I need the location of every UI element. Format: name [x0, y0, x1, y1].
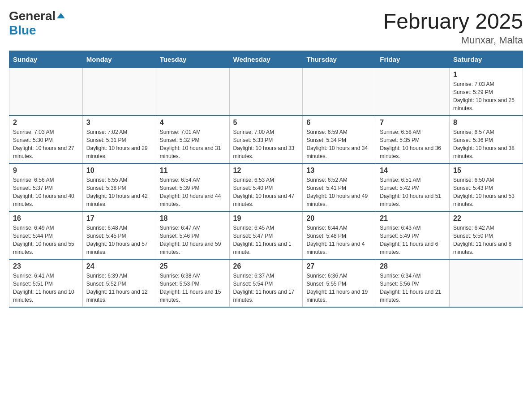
calendar-cell: 22Sunrise: 6:42 AMSunset: 5:50 PMDayligh… — [450, 211, 523, 259]
day-info: Sunrise: 6:58 AMSunset: 5:35 PMDaylight:… — [380, 128, 446, 160]
day-info: Sunrise: 6:36 AMSunset: 5:55 PMDaylight:… — [306, 272, 372, 304]
day-info: Sunrise: 7:00 AMSunset: 5:33 PMDaylight:… — [233, 128, 299, 160]
logo: General Blue — [9, 9, 65, 38]
day-number: 14 — [380, 167, 446, 175]
calendar-cell: 12Sunrise: 6:53 AMSunset: 5:40 PMDayligh… — [229, 163, 303, 211]
header-sunday: Sunday — [9, 51, 83, 68]
calendar-cell: 1Sunrise: 7:03 AMSunset: 5:29 PMDaylight… — [450, 68, 523, 116]
calendar-cell — [9, 68, 83, 116]
logo-general-text: General — [9, 9, 56, 23]
day-number: 15 — [453, 167, 519, 175]
day-info: Sunrise: 6:51 AMSunset: 5:42 PMDaylight:… — [380, 176, 446, 208]
calendar-cell: 9Sunrise: 6:56 AMSunset: 5:37 PMDaylight… — [9, 163, 83, 211]
calendar-cell — [229, 68, 303, 116]
calendar-cell: 26Sunrise: 6:37 AMSunset: 5:54 PMDayligh… — [229, 259, 303, 307]
page-header: General Blue February 2025 Munxar, Malta — [9, 9, 523, 46]
calendar-cell: 8Sunrise: 6:57 AMSunset: 5:36 PMDaylight… — [450, 116, 523, 163]
logo-triangle-icon — [57, 12, 65, 22]
calendar-cell: 21Sunrise: 6:43 AMSunset: 5:49 PMDayligh… — [376, 211, 450, 259]
day-number: 4 — [160, 119, 226, 127]
day-number: 7 — [380, 119, 446, 127]
day-number: 18 — [160, 214, 226, 223]
calendar-cell: 4Sunrise: 7:01 AMSunset: 5:32 PMDaylight… — [156, 116, 229, 163]
calendar-week-row: 16Sunrise: 6:49 AMSunset: 5:44 PMDayligh… — [9, 211, 523, 259]
day-info: Sunrise: 6:42 AMSunset: 5:50 PMDaylight:… — [453, 224, 519, 256]
day-number: 3 — [86, 119, 152, 127]
day-info: Sunrise: 6:34 AMSunset: 5:56 PMDaylight:… — [380, 272, 446, 304]
day-info: Sunrise: 6:45 AMSunset: 5:47 PMDaylight:… — [233, 224, 299, 256]
day-info: Sunrise: 6:41 AMSunset: 5:51 PMDaylight:… — [13, 272, 79, 304]
calendar-cell: 6Sunrise: 6:59 AMSunset: 5:34 PMDaylight… — [303, 116, 376, 163]
day-info: Sunrise: 6:57 AMSunset: 5:36 PMDaylight:… — [453, 128, 519, 160]
title-block: February 2025 Munxar, Malta — [383, 9, 523, 46]
day-info: Sunrise: 6:37 AMSunset: 5:54 PMDaylight:… — [233, 272, 299, 304]
day-info: Sunrise: 7:02 AMSunset: 5:31 PMDaylight:… — [86, 128, 152, 160]
calendar-cell: 25Sunrise: 6:38 AMSunset: 5:53 PMDayligh… — [156, 259, 229, 307]
day-info: Sunrise: 6:44 AMSunset: 5:48 PMDaylight:… — [306, 224, 372, 256]
header-tuesday: Tuesday — [156, 51, 229, 68]
day-number: 11 — [160, 167, 226, 175]
calendar-cell: 15Sunrise: 6:50 AMSunset: 5:43 PMDayligh… — [450, 163, 523, 211]
calendar-cell: 24Sunrise: 6:39 AMSunset: 5:52 PMDayligh… — [82, 259, 156, 307]
day-info: Sunrise: 6:49 AMSunset: 5:44 PMDaylight:… — [13, 224, 79, 256]
day-number: 21 — [380, 214, 446, 223]
day-info: Sunrise: 6:54 AMSunset: 5:39 PMDaylight:… — [160, 176, 226, 208]
calendar-cell: 19Sunrise: 6:45 AMSunset: 5:47 PMDayligh… — [229, 211, 303, 259]
day-info: Sunrise: 6:50 AMSunset: 5:43 PMDaylight:… — [453, 176, 519, 208]
calendar-cell: 7Sunrise: 6:58 AMSunset: 5:35 PMDaylight… — [376, 116, 450, 163]
day-number: 6 — [306, 119, 372, 127]
header-thursday: Thursday — [303, 51, 376, 68]
calendar-cell: 3Sunrise: 7:02 AMSunset: 5:31 PMDaylight… — [82, 116, 156, 163]
calendar-cell: 11Sunrise: 6:54 AMSunset: 5:39 PMDayligh… — [156, 163, 229, 211]
day-number: 23 — [13, 262, 79, 270]
header-saturday: Saturday — [450, 51, 523, 68]
logo-blue-text: Blue — [9, 23, 36, 37]
day-info: Sunrise: 6:43 AMSunset: 5:49 PMDaylight:… — [380, 224, 446, 256]
day-number: 5 — [233, 119, 299, 127]
svg-marker-0 — [57, 13, 65, 18]
day-number: 1 — [453, 71, 519, 79]
calendar-week-row: 23Sunrise: 6:41 AMSunset: 5:51 PMDayligh… — [9, 259, 523, 307]
day-number: 19 — [233, 214, 299, 223]
day-info: Sunrise: 7:03 AMSunset: 5:29 PMDaylight:… — [453, 80, 519, 112]
calendar-cell: 18Sunrise: 6:47 AMSunset: 5:46 PMDayligh… — [156, 211, 229, 259]
day-info: Sunrise: 6:38 AMSunset: 5:53 PMDaylight:… — [160, 272, 226, 304]
calendar-subtitle: Munxar, Malta — [383, 34, 523, 46]
day-number: 2 — [13, 119, 79, 127]
calendar-cell: 23Sunrise: 6:41 AMSunset: 5:51 PMDayligh… — [9, 259, 83, 307]
day-number: 20 — [306, 214, 372, 223]
calendar-cell: 13Sunrise: 6:52 AMSunset: 5:41 PMDayligh… — [303, 163, 376, 211]
calendar-title: February 2025 — [383, 9, 523, 34]
calendar-cell: 2Sunrise: 7:03 AMSunset: 5:30 PMDaylight… — [9, 116, 83, 163]
calendar-cell: 28Sunrise: 6:34 AMSunset: 5:56 PMDayligh… — [376, 259, 450, 307]
header-monday: Monday — [82, 51, 156, 68]
day-number: 22 — [453, 214, 519, 223]
day-info: Sunrise: 6:47 AMSunset: 5:46 PMDaylight:… — [160, 224, 226, 256]
day-info: Sunrise: 6:52 AMSunset: 5:41 PMDaylight:… — [306, 176, 372, 208]
calendar-cell — [82, 68, 156, 116]
calendar-cell: 20Sunrise: 6:44 AMSunset: 5:48 PMDayligh… — [303, 211, 376, 259]
day-number: 13 — [306, 167, 372, 175]
day-number: 25 — [160, 262, 226, 270]
calendar-week-row: 2Sunrise: 7:03 AMSunset: 5:30 PMDaylight… — [9, 116, 523, 163]
day-info: Sunrise: 6:39 AMSunset: 5:52 PMDaylight:… — [86, 272, 152, 304]
calendar-cell: 27Sunrise: 6:36 AMSunset: 5:55 PMDayligh… — [303, 259, 376, 307]
calendar-header-row: Sunday Monday Tuesday Wednesday Thursday… — [9, 51, 523, 68]
calendar-cell: 10Sunrise: 6:55 AMSunset: 5:38 PMDayligh… — [82, 163, 156, 211]
calendar-cell: 16Sunrise: 6:49 AMSunset: 5:44 PMDayligh… — [9, 211, 83, 259]
day-number: 9 — [13, 167, 79, 175]
calendar-cell — [156, 68, 229, 116]
day-number: 17 — [86, 214, 152, 223]
day-number: 26 — [233, 262, 299, 270]
calendar-cell — [303, 68, 376, 116]
calendar-table: Sunday Monday Tuesday Wednesday Thursday… — [9, 51, 523, 308]
day-info: Sunrise: 7:03 AMSunset: 5:30 PMDaylight:… — [13, 128, 79, 160]
day-info: Sunrise: 6:55 AMSunset: 5:38 PMDaylight:… — [86, 176, 152, 208]
day-number: 12 — [233, 167, 299, 175]
day-number: 27 — [306, 262, 372, 270]
day-number: 10 — [86, 167, 152, 175]
calendar-week-row: 9Sunrise: 6:56 AMSunset: 5:37 PMDaylight… — [9, 163, 523, 211]
day-info: Sunrise: 7:01 AMSunset: 5:32 PMDaylight:… — [160, 128, 226, 160]
day-number: 24 — [86, 262, 152, 270]
day-number: 8 — [453, 119, 519, 127]
